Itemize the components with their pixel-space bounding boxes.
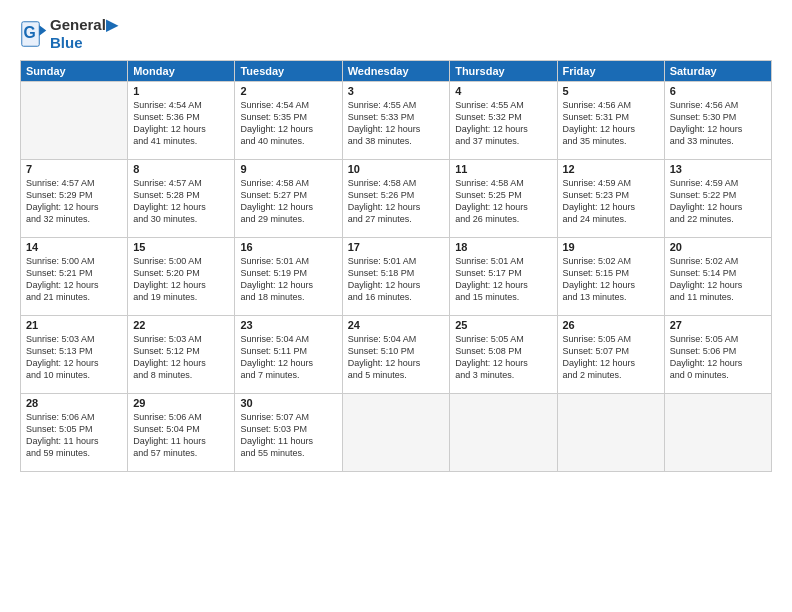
day-info: Sunrise: 5:00 AMSunset: 5:21 PMDaylight:…: [26, 255, 122, 304]
day-info: Sunrise: 5:01 AMSunset: 5:19 PMDaylight:…: [240, 255, 336, 304]
header-wednesday: Wednesday: [342, 61, 450, 82]
calendar-cell: 24Sunrise: 5:04 AMSunset: 5:10 PMDayligh…: [342, 316, 450, 394]
calendar-cell: [21, 82, 128, 160]
day-number: 22: [133, 319, 229, 331]
calendar-cell: 6Sunrise: 4:56 AMSunset: 5:30 PMDaylight…: [664, 82, 771, 160]
day-number: 9: [240, 163, 336, 175]
header-tuesday: Tuesday: [235, 61, 342, 82]
day-number: 29: [133, 397, 229, 409]
calendar-cell: 7Sunrise: 4:57 AMSunset: 5:29 PMDaylight…: [21, 160, 128, 238]
header-sunday: Sunday: [21, 61, 128, 82]
calendar-cell: 8Sunrise: 4:57 AMSunset: 5:28 PMDaylight…: [128, 160, 235, 238]
day-info: Sunrise: 4:57 AMSunset: 5:29 PMDaylight:…: [26, 177, 122, 226]
svg-marker-2: [39, 25, 46, 36]
calendar-cell: 20Sunrise: 5:02 AMSunset: 5:14 PMDayligh…: [664, 238, 771, 316]
logo-text: General▶ Blue: [50, 16, 118, 52]
day-number: 7: [26, 163, 122, 175]
day-info: Sunrise: 5:02 AMSunset: 5:14 PMDaylight:…: [670, 255, 766, 304]
day-info: Sunrise: 4:57 AMSunset: 5:28 PMDaylight:…: [133, 177, 229, 226]
day-number: 8: [133, 163, 229, 175]
day-number: 4: [455, 85, 551, 97]
day-info: Sunrise: 5:07 AMSunset: 5:03 PMDaylight:…: [240, 411, 336, 460]
calendar-cell: 25Sunrise: 5:05 AMSunset: 5:08 PMDayligh…: [450, 316, 557, 394]
calendar-cell: 3Sunrise: 4:55 AMSunset: 5:33 PMDaylight…: [342, 82, 450, 160]
day-number: 14: [26, 241, 122, 253]
calendar-cell: 2Sunrise: 4:54 AMSunset: 5:35 PMDaylight…: [235, 82, 342, 160]
calendar-cell: [557, 394, 664, 472]
calendar-cell: [450, 394, 557, 472]
calendar-cell: 23Sunrise: 5:04 AMSunset: 5:11 PMDayligh…: [235, 316, 342, 394]
day-number: 18: [455, 241, 551, 253]
day-number: 28: [26, 397, 122, 409]
day-info: Sunrise: 5:06 AMSunset: 5:05 PMDaylight:…: [26, 411, 122, 460]
day-info: Sunrise: 5:02 AMSunset: 5:15 PMDaylight:…: [563, 255, 659, 304]
calendar-cell: 10Sunrise: 4:58 AMSunset: 5:26 PMDayligh…: [342, 160, 450, 238]
week-row-1: 1Sunrise: 4:54 AMSunset: 5:36 PMDaylight…: [21, 82, 772, 160]
day-info: Sunrise: 5:05 AMSunset: 5:06 PMDaylight:…: [670, 333, 766, 382]
logo-icon: G: [20, 20, 48, 48]
day-number: 6: [670, 85, 766, 97]
day-number: 17: [348, 241, 445, 253]
day-number: 24: [348, 319, 445, 331]
day-info: Sunrise: 4:55 AMSunset: 5:32 PMDaylight:…: [455, 99, 551, 148]
calendar-cell: 13Sunrise: 4:59 AMSunset: 5:22 PMDayligh…: [664, 160, 771, 238]
calendar-cell: 9Sunrise: 4:58 AMSunset: 5:27 PMDaylight…: [235, 160, 342, 238]
day-info: Sunrise: 5:03 AMSunset: 5:12 PMDaylight:…: [133, 333, 229, 382]
day-number: 5: [563, 85, 659, 97]
day-number: 19: [563, 241, 659, 253]
day-info: Sunrise: 5:01 AMSunset: 5:18 PMDaylight:…: [348, 255, 445, 304]
calendar-cell: 27Sunrise: 5:05 AMSunset: 5:06 PMDayligh…: [664, 316, 771, 394]
day-info: Sunrise: 5:05 AMSunset: 5:07 PMDaylight:…: [563, 333, 659, 382]
day-number: 10: [348, 163, 445, 175]
header-saturday: Saturday: [664, 61, 771, 82]
calendar-cell: 28Sunrise: 5:06 AMSunset: 5:05 PMDayligh…: [21, 394, 128, 472]
day-info: Sunrise: 5:00 AMSunset: 5:20 PMDaylight:…: [133, 255, 229, 304]
day-number: 11: [455, 163, 551, 175]
day-number: 26: [563, 319, 659, 331]
week-row-5: 28Sunrise: 5:06 AMSunset: 5:05 PMDayligh…: [21, 394, 772, 472]
day-info: Sunrise: 4:56 AMSunset: 5:31 PMDaylight:…: [563, 99, 659, 148]
calendar-cell: 14Sunrise: 5:00 AMSunset: 5:21 PMDayligh…: [21, 238, 128, 316]
day-info: Sunrise: 4:58 AMSunset: 5:25 PMDaylight:…: [455, 177, 551, 226]
day-info: Sunrise: 4:56 AMSunset: 5:30 PMDaylight:…: [670, 99, 766, 148]
day-info: Sunrise: 5:04 AMSunset: 5:11 PMDaylight:…: [240, 333, 336, 382]
day-number: 30: [240, 397, 336, 409]
day-info: Sunrise: 5:03 AMSunset: 5:13 PMDaylight:…: [26, 333, 122, 382]
day-number: 12: [563, 163, 659, 175]
day-info: Sunrise: 4:54 AMSunset: 5:36 PMDaylight:…: [133, 99, 229, 148]
day-info: Sunrise: 4:58 AMSunset: 5:27 PMDaylight:…: [240, 177, 336, 226]
calendar-cell: 18Sunrise: 5:01 AMSunset: 5:17 PMDayligh…: [450, 238, 557, 316]
calendar-cell: [664, 394, 771, 472]
calendar-header-row: SundayMondayTuesdayWednesdayThursdayFrid…: [21, 61, 772, 82]
day-number: 21: [26, 319, 122, 331]
day-number: 25: [455, 319, 551, 331]
calendar-cell: 19Sunrise: 5:02 AMSunset: 5:15 PMDayligh…: [557, 238, 664, 316]
calendar-cell: 4Sunrise: 4:55 AMSunset: 5:32 PMDaylight…: [450, 82, 557, 160]
calendar-cell: 30Sunrise: 5:07 AMSunset: 5:03 PMDayligh…: [235, 394, 342, 472]
calendar-cell: 12Sunrise: 4:59 AMSunset: 5:23 PMDayligh…: [557, 160, 664, 238]
day-info: Sunrise: 5:05 AMSunset: 5:08 PMDaylight:…: [455, 333, 551, 382]
calendar-cell: 16Sunrise: 5:01 AMSunset: 5:19 PMDayligh…: [235, 238, 342, 316]
header-friday: Friday: [557, 61, 664, 82]
day-number: 27: [670, 319, 766, 331]
day-number: 2: [240, 85, 336, 97]
day-info: Sunrise: 4:54 AMSunset: 5:35 PMDaylight:…: [240, 99, 336, 148]
day-info: Sunrise: 4:59 AMSunset: 5:22 PMDaylight:…: [670, 177, 766, 226]
day-info: Sunrise: 4:55 AMSunset: 5:33 PMDaylight:…: [348, 99, 445, 148]
page: G General▶ Blue SundayMondayTuesdayWedne…: [0, 0, 792, 612]
day-number: 3: [348, 85, 445, 97]
calendar-cell: [342, 394, 450, 472]
week-row-4: 21Sunrise: 5:03 AMSunset: 5:13 PMDayligh…: [21, 316, 772, 394]
calendar-cell: 11Sunrise: 4:58 AMSunset: 5:25 PMDayligh…: [450, 160, 557, 238]
day-info: Sunrise: 5:01 AMSunset: 5:17 PMDaylight:…: [455, 255, 551, 304]
day-number: 1: [133, 85, 229, 97]
logo: G General▶ Blue: [20, 16, 118, 52]
week-row-2: 7Sunrise: 4:57 AMSunset: 5:29 PMDaylight…: [21, 160, 772, 238]
header-thursday: Thursday: [450, 61, 557, 82]
day-number: 15: [133, 241, 229, 253]
day-info: Sunrise: 5:04 AMSunset: 5:10 PMDaylight:…: [348, 333, 445, 382]
svg-text:G: G: [23, 24, 35, 41]
calendar-cell: 29Sunrise: 5:06 AMSunset: 5:04 PMDayligh…: [128, 394, 235, 472]
calendar: SundayMondayTuesdayWednesdayThursdayFrid…: [20, 60, 772, 472]
day-number: 23: [240, 319, 336, 331]
